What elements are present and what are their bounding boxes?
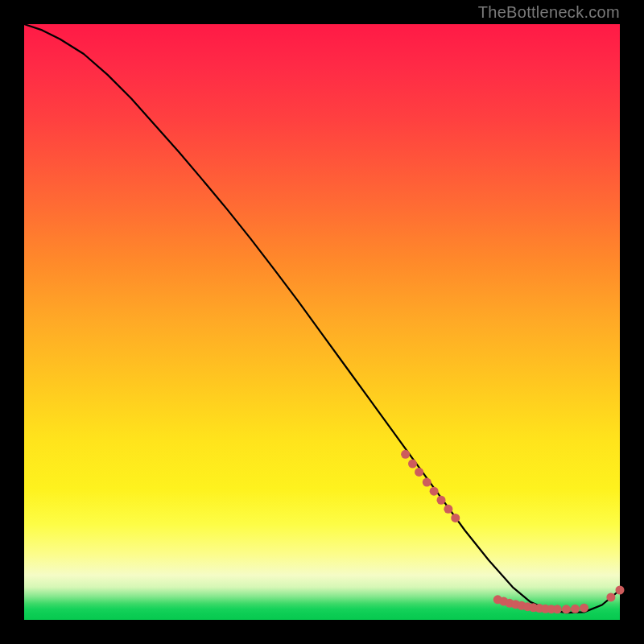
marker-dot: [562, 605, 571, 613]
plot-area: [24, 24, 620, 620]
marker-dot: [401, 450, 410, 459]
marker-dot: [423, 478, 431, 487]
marker-dot: [606, 592, 615, 601]
marker-dot: [571, 605, 580, 613]
marker-dot: [616, 586, 625, 595]
marker-dot: [437, 496, 446, 505]
marker-dot: [444, 505, 452, 514]
bottleneck-curve: [24, 24, 620, 613]
marker-dot: [451, 514, 460, 522]
chart-frame: TheBottleneck.com: [0, 0, 644, 644]
marker-dot: [430, 487, 439, 496]
marker-dot: [580, 604, 588, 613]
marker-dot: [553, 605, 562, 613]
marker-dot: [415, 468, 423, 477]
marker-dots-group: [401, 450, 624, 614]
watermark-text: TheBottleneck.com: [478, 3, 620, 22]
chart-svg: [24, 24, 620, 620]
marker-dot: [408, 460, 417, 469]
